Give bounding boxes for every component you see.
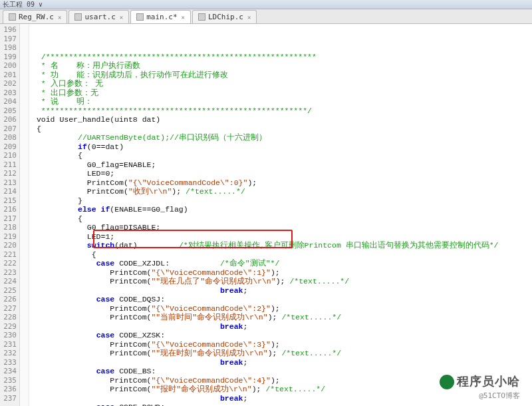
code-line[interactable]: LED=0; — [32, 169, 532, 178]
line-number: 218 — [0, 223, 17, 232]
code-line[interactable]: if(0==dat) — [32, 142, 532, 152]
line-number: 231 — [0, 340, 17, 349]
code-line[interactable]: case CODE_XZSK: — [32, 331, 532, 340]
code-line[interactable]: } — [32, 196, 532, 206]
line-number: 211 — [0, 160, 17, 170]
code-line[interactable]: { — [32, 214, 532, 224]
code-area[interactable]: /***************************************… — [29, 24, 532, 406]
line-number: 219 — [0, 232, 17, 242]
tab-LDChipc[interactable]: LDChip.c✕ — [192, 10, 257, 23]
code-line[interactable]: break; — [32, 358, 532, 367]
code-line[interactable]: * 出口参数：无 — [32, 89, 532, 98]
file-icon — [74, 13, 82, 21]
code-line[interactable]: break; — [32, 322, 532, 331]
code-line[interactable]: PrintCom("{\"VoiceCommandCode\":1}"); — [32, 268, 532, 278]
code-line[interactable]: PrintCom(""现在时刻"命令识别成功\r\n"); /*text....… — [32, 349, 532, 358]
line-number: 233 — [0, 358, 17, 367]
close-icon[interactable]: ✕ — [247, 14, 251, 21]
line-number: 208 — [0, 133, 17, 142]
line-number: 216 — [0, 205, 17, 214]
avatar-icon — [440, 375, 454, 389]
code-line[interactable]: * 入口参数： 无 — [32, 79, 532, 89]
code-line[interactable]: /***************************************… — [32, 53, 532, 62]
code-line[interactable]: G0_flag=ENABLE; — [32, 160, 532, 170]
code-line[interactable]: * 说 明： — [32, 97, 532, 106]
tab-label: Reg_RW.c — [19, 13, 54, 21]
code-line[interactable]: else if(ENABLE==G0_flag) — [32, 205, 532, 214]
line-number: 207 — [0, 124, 17, 134]
code-line[interactable]: * 名 称：用户执行函数 — [32, 61, 532, 71]
code-line[interactable]: * 功 能：识别成功后，执行动作可在此进行修改 — [32, 71, 532, 80]
line-number: 237 — [0, 394, 17, 403]
line-number: 235 — [0, 376, 17, 385]
code-line[interactable]: PrintCom("{\"VoiceCommandCode\":2}"); — [32, 304, 532, 313]
line-number: 229 — [0, 322, 17, 331]
window-title: 长工程 09 ∨ — [0, 0, 532, 9]
code-line[interactable]: PrintCom("{\"VoiceCommandCode\":3}"); — [32, 340, 532, 349]
tab-RegRWc[interactable]: Reg_RW.c✕ — [3, 10, 67, 23]
line-number: 198 — [0, 43, 17, 53]
line-number: 225 — [0, 286, 17, 296]
code-line[interactable]: case CODE_DQSJ: — [32, 295, 532, 304]
line-number: 215 — [0, 196, 17, 206]
tab-label: main.c* — [146, 13, 177, 21]
close-icon[interactable]: ✕ — [58, 14, 61, 21]
code-line[interactable]: void User_handle(uint8 dat) — [32, 115, 532, 124]
line-number: 196 — [0, 25, 17, 35]
line-number: 199 — [0, 53, 17, 62]
fold-column — [20, 24, 29, 406]
line-number: 210 — [0, 151, 17, 160]
code-line[interactable]: //UARTSendByte(dat);//串口识别码（十六进制） — [32, 133, 532, 142]
code-line[interactable]: PrintCom(""当前时间"命令识别成功\r\n"); /*text....… — [32, 313, 532, 322]
code-line[interactable]: { — [32, 250, 532, 260]
line-number: 203 — [0, 89, 17, 98]
line-number: 221 — [0, 250, 17, 260]
code-line[interactable]: ****************************************… — [32, 106, 532, 116]
highlight-annotation — [93, 230, 293, 248]
line-number: 212 — [0, 169, 17, 178]
code-line[interactable]: { — [32, 151, 532, 160]
watermark: 程序员小哈 @51CTO博客 — [440, 373, 520, 401]
tab-usartc[interactable]: usart.c✕ — [68, 10, 129, 23]
line-number: 217 — [0, 214, 17, 224]
close-icon[interactable]: ✕ — [182, 14, 185, 21]
line-number: 223 — [0, 268, 17, 278]
line-number: 201 — [0, 71, 17, 80]
line-number: 236 — [0, 385, 17, 394]
tab-label: LDChip.c — [208, 13, 243, 21]
line-number: 206 — [0, 115, 17, 124]
line-number: 226 — [0, 295, 17, 304]
code-line[interactable]: case CODE_XZJDL: /*命令"测试"*/ — [32, 259, 532, 268]
line-number: 209 — [0, 142, 17, 152]
line-number: 224 — [0, 277, 17, 286]
tab-label: usart.c — [84, 13, 115, 21]
line-number: 220 — [0, 241, 17, 250]
file-icon — [198, 13, 205, 21]
line-number: 230 — [0, 331, 17, 340]
line-number: 197 — [0, 35, 17, 44]
line-number: 204 — [0, 97, 17, 106]
watermark-name: 程序员小哈 — [457, 374, 520, 388]
line-number: 232 — [0, 349, 17, 358]
file-icon — [9, 13, 16, 21]
code-line[interactable]: PrintCom("收到\r\n"); /*text.....*/ — [32, 187, 532, 196]
code-line[interactable]: PrintCom("{\"VoiceCommandCode\":0}"); — [32, 178, 532, 188]
line-number: 222 — [0, 259, 17, 268]
code-line[interactable]: case CODE_DQWD: — [32, 403, 532, 406]
line-number: 214 — [0, 187, 17, 196]
line-number: 202 — [0, 79, 17, 89]
watermark-sub: @51CTO博客 — [440, 391, 520, 401]
line-number: 234 — [0, 367, 17, 376]
line-number: 205 — [0, 106, 17, 116]
code-line[interactable]: break; — [32, 286, 532, 296]
code-line[interactable]: PrintCom(""现在几点了"命令识别成功\r\n"); /*text...… — [32, 277, 532, 286]
line-number: 227 — [0, 304, 17, 313]
tab-mainc[interactable]: main.c*✕ — [130, 10, 191, 23]
code-line[interactable]: { — [32, 124, 532, 134]
close-icon[interactable]: ✕ — [120, 14, 123, 21]
file-icon — [136, 13, 144, 21]
code-editor: 1961971981992002012022032042052062072082… — [0, 24, 532, 406]
line-number: 213 — [0, 178, 17, 188]
line-number: 200 — [0, 61, 17, 71]
line-number-gutter: 1961971981992002012022032042052062072082… — [0, 24, 20, 406]
